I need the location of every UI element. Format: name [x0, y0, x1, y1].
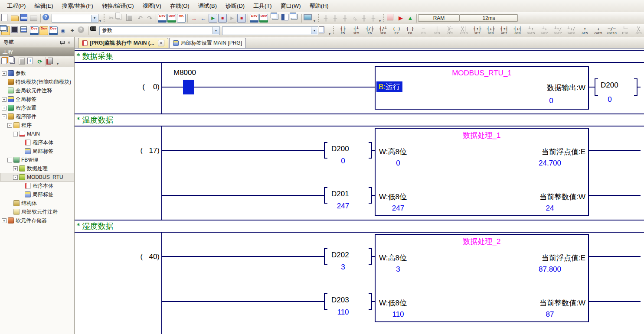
ladder-symbol-button[interactable]: ─ F9: [417, 25, 430, 36]
ladder-insert-icon[interactable]: [331, 14, 340, 23]
close-icon[interactable]: ×: [65, 39, 72, 45]
contact-m8000[interactable]: [183, 80, 194, 94]
refresh-icon[interactable]: [36, 58, 44, 65]
tree-item[interactable]: + 程序设置: [0, 104, 74, 112]
program-check-icon[interactable]: [387, 14, 396, 23]
ladder-symbol-button[interactable]: ┴↓/ saF8: [565, 25, 578, 36]
ladder-block-icon[interactable]: [369, 14, 378, 23]
tab-local-label[interactable]: 局部标签设置 MAIN [PRG]: [169, 38, 246, 48]
tree-item[interactable]: - FB管理: [0, 156, 74, 164]
monitor-pause-icon[interactable]: [228, 14, 236, 23]
ladder-symbol-button[interactable]: ╳─ cF9: [444, 25, 457, 36]
pin-icon[interactable]: [59, 39, 65, 45]
menu-item[interactable]: 在线(O): [166, 0, 194, 12]
menu-item[interactable]: 工具(T): [249, 0, 276, 12]
monitor-write-mode-icon[interactable]: [237, 14, 246, 23]
ladder-symbol-button[interactable]: ┤├ F5: [336, 25, 350, 36]
device-hotkey-icon[interactable]: [177, 14, 186, 23]
ladder-edit-icon[interactable]: [321, 14, 330, 23]
fb-block-data-process-2[interactable]: 数据处理_2 W:高8位 3 当前浮点值:E 87.800 W:低8位 110 …: [375, 234, 589, 322]
sort-icon[interactable]: [48, 58, 56, 65]
device-comment-edit-icon[interactable]: [158, 14, 167, 23]
tree-item[interactable]: 程序本体: [0, 182, 74, 190]
rung-comment[interactable]: * 湿度数据: [75, 220, 644, 233]
fb-pin-low8[interactable]: W:低8位: [379, 298, 407, 308]
zoom-page-icon[interactable]: [319, 26, 327, 35]
help-icon[interactable]: [42, 14, 51, 23]
ladder-symbol-button[interactable]: ┤↑├ sF7: [471, 25, 484, 36]
redo-icon[interactable]: [145, 14, 154, 23]
display-setting-icon[interactable]: [304, 14, 312, 23]
tab-main-program[interactable]: [PRG]监视 执行中 MAIN (... ×: [78, 38, 168, 48]
tree-item[interactable]: 全局软元件注释: [0, 86, 74, 95]
fb-pin-float-value[interactable]: 当前浮点值:E: [542, 253, 585, 263]
device-combo[interactable]: 参数▼: [99, 26, 220, 35]
ladder-symbol-button[interactable]: ┤↓├ sF8: [484, 25, 497, 36]
fb-pin-data-output[interactable]: 数据输出:W: [547, 83, 585, 93]
ladder-search-icon[interactable]: [350, 14, 359, 23]
tree-item[interactable]: - 程序部件: [0, 112, 74, 121]
tree-expander[interactable]: -: [7, 158, 12, 162]
cut-icon[interactable]: [107, 14, 116, 23]
fb-pin-high8[interactable]: W:高8位: [379, 253, 407, 263]
device-display-icon[interactable]: [39, 26, 48, 35]
tree-item[interactable]: 局部软元件注释: [0, 208, 74, 216]
rung-comment[interactable]: * 温度数据: [75, 113, 644, 126]
output-device[interactable]: D200: [601, 81, 618, 90]
tree-item[interactable]: - MAIN: [0, 130, 74, 138]
tree-expander[interactable]: +: [2, 218, 7, 223]
tab-close-icon[interactable]: ×: [158, 40, 164, 46]
navigation-window-toggle-icon[interactable]: [1, 26, 10, 35]
save-icon[interactable]: [20, 14, 29, 23]
tree-item[interactable]: 局部标签: [0, 190, 74, 199]
tree-expander[interactable]: +: [2, 97, 7, 102]
menu-item[interactable]: 转换/编译(C): [98, 0, 138, 12]
ladder-symbol-button[interactable]: ┴↓ saF6: [538, 25, 551, 36]
function-block-selection-icon[interactable]: [11, 26, 20, 35]
ladder-symbol-button[interactable]: └─ F10: [618, 25, 632, 36]
ladder-symbol-button[interactable]: ┤↑┤ aF7: [497, 25, 511, 36]
tree-expander[interactable]: +: [2, 71, 7, 76]
context-help-icon[interactable]: [78, 26, 86, 35]
device-batch-monitor-icon[interactable]: [250, 14, 258, 23]
fb-pin-float-value[interactable]: 当前浮点值:E: [542, 147, 585, 157]
intelligent-monitor-icon[interactable]: [291, 14, 300, 23]
toolbar-grip[interactable]: [383, 14, 385, 23]
device-batch-display-icon[interactable]: [49, 26, 58, 35]
copy-item-icon[interactable]: [10, 58, 18, 65]
ladder-symbol-button[interactable]: ╳│ cF10: [457, 25, 471, 36]
fb-pin-int-value[interactable]: 当前整数值:W: [539, 192, 585, 202]
watch-window-1-icon[interactable]: [272, 14, 281, 23]
fb-block-modbus-rtu[interactable]: MODBUS_RTU_1 B:运行 数据输出:W 0: [375, 66, 589, 110]
rung-comment[interactable]: * 数据采集: [75, 50, 644, 63]
monitor-stop-icon[interactable]: [218, 14, 227, 23]
tree-item[interactable]: 特殊模块(智能功能模块): [0, 78, 74, 86]
ladder-symbol-button[interactable]: │ sF9: [430, 25, 444, 36]
device-monitor-icon[interactable]: [167, 14, 176, 23]
print-icon[interactable]: [30, 14, 39, 23]
properties-icon[interactable]: [27, 58, 35, 65]
device-register-monitor-icon[interactable]: [259, 14, 268, 23]
undo-icon[interactable]: [136, 14, 144, 23]
ladder-symbol-button[interactable]: ─/─ caF10: [605, 25, 618, 36]
find-icon[interactable]: [90, 26, 99, 35]
ladder-symbol-button[interactable]: ┤┴ sF5: [350, 25, 363, 36]
ladder-symbol-button[interactable]: ┤/┴ sF6: [376, 25, 390, 36]
combo-arrow-icon[interactable]: ▼: [311, 27, 317, 34]
toolbar-options-chevron[interactable]: ▾: [328, 32, 331, 36]
write-to-plc-icon[interactable]: [190, 14, 198, 23]
error-jump-icon[interactable]: [406, 14, 415, 23]
open-project-icon[interactable]: [11, 14, 20, 23]
tree-expander[interactable]: +: [2, 106, 7, 110]
toolbar-options-chevron[interactable]: ▾: [98, 19, 102, 23]
tree-item[interactable]: 程序本体: [0, 138, 74, 147]
tree-expander[interactable]: -: [13, 175, 18, 180]
tree-item[interactable]: + 软元件存储器: [0, 216, 74, 225]
menu-item[interactable]: 工程(P): [3, 0, 30, 12]
input-device[interactable]: D203: [331, 296, 349, 305]
combo-arrow-icon[interactable]: ▼: [212, 27, 219, 34]
toolbar-grip[interactable]: [317, 14, 320, 23]
watch-window-2-icon[interactable]: [281, 14, 290, 23]
fb-pin-low8[interactable]: W:低8位: [379, 192, 407, 202]
fb-pin-run-selected[interactable]: B:运行: [376, 81, 402, 92]
